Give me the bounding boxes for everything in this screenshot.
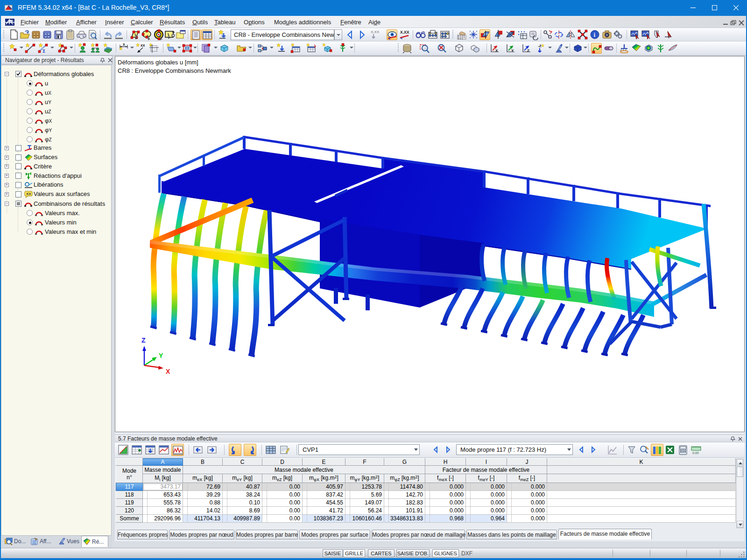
svg-text:X: X [495,49,498,53]
svg-text:0.00: 0.00 [692,451,699,455]
svg-text:X.XX: X.XX [371,30,380,34]
svg-text:i: i [594,31,596,38]
svg-text:Y: Y [511,49,514,53]
svg-text:Z: Z [527,49,529,53]
svg-text:X.XX: X.XX [400,30,409,35]
svg-text:XX: XX [26,192,31,196]
svg-text:XX: XX [141,44,145,47]
svg-text:-Z: -Z [538,44,542,48]
svg-text:X: X [123,43,125,46]
